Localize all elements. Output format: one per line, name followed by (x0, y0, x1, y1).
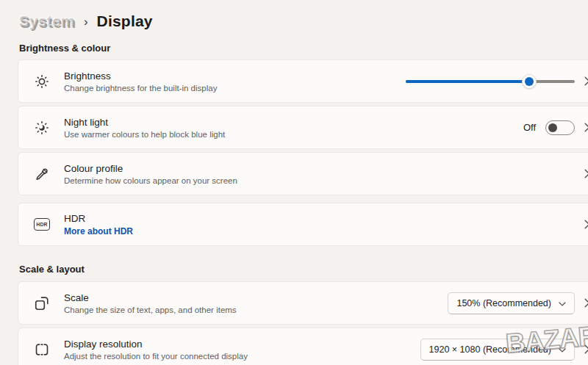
brightness-title: Brightness (64, 71, 217, 82)
colour-profile-eyedropper-icon (34, 166, 50, 182)
brightness-slider-thumb[interactable] (522, 74, 537, 89)
breadcrumb-system[interactable]: System (19, 12, 75, 30)
section-brightness-colour: Brightness & colour (19, 43, 588, 54)
chevron-right-icon[interactable] (584, 344, 588, 354)
resolution-dropdown[interactable]: 1920 × 1080 (Recommended) (420, 339, 575, 361)
card-colour-profile[interactable]: Colour profile Determine how colours app… (18, 152, 588, 195)
scale-title: Scale (64, 292, 237, 303)
scale-dropdown[interactable]: 150% (Recommended) (448, 292, 575, 314)
card-hdr[interactable]: HDR HDR More about HDR (18, 203, 588, 246)
card-scale[interactable]: Scale Change the size of text, apps, and… (18, 281, 588, 325)
colour-profile-subtitle: Determine how colours appear on your scr… (64, 176, 237, 185)
night-light-subtitle: Use warmer colours to help block blue li… (64, 130, 225, 139)
chevron-right-icon[interactable] (584, 169, 588, 178)
card-brightness[interactable]: Brightness Change brightness for the bui… (18, 59, 588, 103)
night-light-toggle-label: Off (523, 122, 536, 133)
night-light-title: Night light (64, 117, 225, 128)
brightness-slider-fill (406, 80, 529, 83)
display-resolution-title: Display resolution (64, 339, 248, 350)
chevron-right-icon[interactable] (584, 298, 588, 308)
page-title: Display (97, 12, 153, 30)
hdr-more-link[interactable]: More about HDR (64, 226, 133, 236)
colour-profile-title: Colour profile (64, 163, 237, 174)
resolution-dropdown-value: 1920 × 1080 (Recommended) (429, 344, 551, 355)
hdr-badge-icon: HDR (34, 217, 50, 233)
section-scale-layout: Scale & layout (19, 264, 588, 275)
chevron-down-icon (559, 344, 566, 355)
brightness-slider[interactable] (406, 74, 575, 89)
chevron-right-icon[interactable] (584, 76, 588, 86)
settings-display-page: System › Display Brightness & colour Bri… (0, 0, 588, 365)
card-display-resolution[interactable]: Display resolution Adjust the resolution… (18, 328, 588, 365)
scale-icon (34, 295, 50, 311)
night-light-toggle[interactable] (545, 120, 575, 135)
breadcrumb: System › Display (19, 10, 588, 32)
display-resolution-subtitle: Adjust the resolution to fit your connec… (64, 352, 248, 361)
card-night-light[interactable]: Night light Use warmer colours to help b… (18, 106, 588, 149)
night-light-icon (34, 120, 50, 136)
brightness-sun-icon (34, 73, 50, 90)
chevron-down-icon (559, 298, 566, 308)
brightness-subtitle: Change brightness for the built-in displ… (64, 84, 217, 93)
hdr-title: HDR (64, 213, 133, 224)
breadcrumb-separator-icon: › (84, 13, 88, 29)
scale-dropdown-value: 150% (Recommended) (456, 298, 551, 308)
display-resolution-icon (34, 341, 50, 358)
scale-subtitle: Change the size of text, apps, and other… (64, 306, 237, 314)
chevron-right-icon[interactable] (584, 123, 588, 132)
night-light-toggle-knob (548, 123, 557, 132)
chevron-right-icon[interactable] (584, 220, 588, 229)
